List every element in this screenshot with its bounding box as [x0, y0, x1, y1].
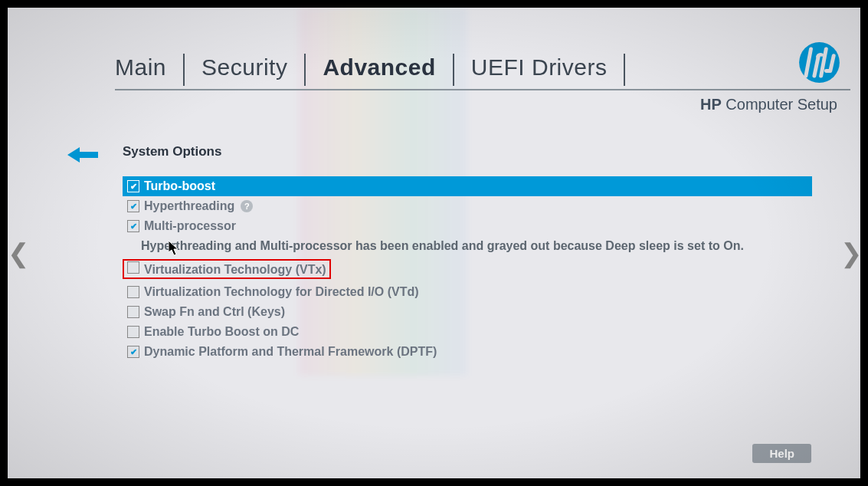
- option-row: Hyperthreading?: [123, 196, 812, 216]
- hp-logo-icon: [798, 41, 840, 84]
- tab-divider: [304, 54, 306, 86]
- checkbox-icon[interactable]: [127, 306, 139, 318]
- highlight-box: Virtualization Technology (VTx): [123, 259, 331, 279]
- checkbox-icon[interactable]: [127, 180, 139, 192]
- help-button[interactable]: Help: [752, 444, 811, 463]
- option-row: Multi-processor: [123, 216, 812, 236]
- tab-divider: [624, 54, 625, 86]
- tab-divider: [453, 54, 454, 86]
- tab-bar: Main Security Advanced UEFI Drivers: [115, 54, 697, 86]
- option-row[interactable]: Dynamic Platform and Thermal Framework (…: [123, 342, 812, 362]
- cursor-icon: [169, 241, 181, 256]
- option-row[interactable]: Turbo-boost: [123, 176, 812, 196]
- section-title: System Options: [123, 144, 221, 159]
- option-row[interactable]: Virtualization Technology (VTx): [123, 256, 812, 282]
- bios-screen: Main Security Advanced UEFI Drivers HP C…: [8, 8, 860, 478]
- chevron-left-icon[interactable]: ❮: [8, 238, 29, 268]
- checkbox-icon[interactable]: [127, 261, 139, 274]
- option-label: Swap Fn and Ctrl (Keys): [144, 305, 285, 319]
- option-label: Turbo-boost: [144, 179, 215, 193]
- back-arrow-icon[interactable]: [67, 146, 98, 164]
- option-label: Multi-processor: [144, 219, 236, 233]
- svg-marker-7: [169, 241, 178, 255]
- tab-divider: [183, 54, 185, 86]
- help-icon[interactable]: ?: [241, 200, 253, 212]
- brand-prefix: HP: [700, 96, 722, 113]
- option-label: Dynamic Platform and Thermal Framework (…: [144, 345, 437, 359]
- option-label: Virtualization Technology for Directed I…: [144, 285, 419, 299]
- checkbox-icon[interactable]: [127, 346, 139, 358]
- option-row[interactable]: Swap Fn and Ctrl (Keys): [123, 302, 812, 322]
- tab-security[interactable]: Security: [201, 54, 304, 85]
- option-label: Virtualization Technology (VTx): [144, 263, 326, 276]
- tab-underline: [115, 89, 850, 90]
- option-label: Hyperthreading: [144, 199, 234, 213]
- checkbox-icon: [127, 220, 139, 232]
- brand-text: HP Computer Setup: [700, 96, 837, 113]
- svg-marker-6: [67, 147, 98, 163]
- checkbox-icon: [127, 200, 139, 212]
- checkbox-icon[interactable]: [127, 326, 139, 338]
- chevron-right-icon[interactable]: ❯: [840, 238, 862, 268]
- info-note: Hyperthreading and Multi-processor has b…: [123, 236, 812, 256]
- checkbox-icon[interactable]: [127, 286, 139, 298]
- option-row[interactable]: Enable Turbo Boost on DC: [123, 322, 812, 342]
- options-list: Turbo-boostHyperthreading?Multi-processo…: [123, 176, 812, 362]
- option-label: Enable Turbo Boost on DC: [144, 325, 299, 339]
- tab-uefi-drivers[interactable]: UEFI Drivers: [471, 54, 624, 85]
- tab-advanced[interactable]: Advanced: [323, 54, 452, 85]
- option-row[interactable]: Virtualization Technology for Directed I…: [123, 282, 812, 302]
- brand-suffix: Computer Setup: [722, 96, 837, 113]
- tab-main[interactable]: Main: [115, 54, 183, 85]
